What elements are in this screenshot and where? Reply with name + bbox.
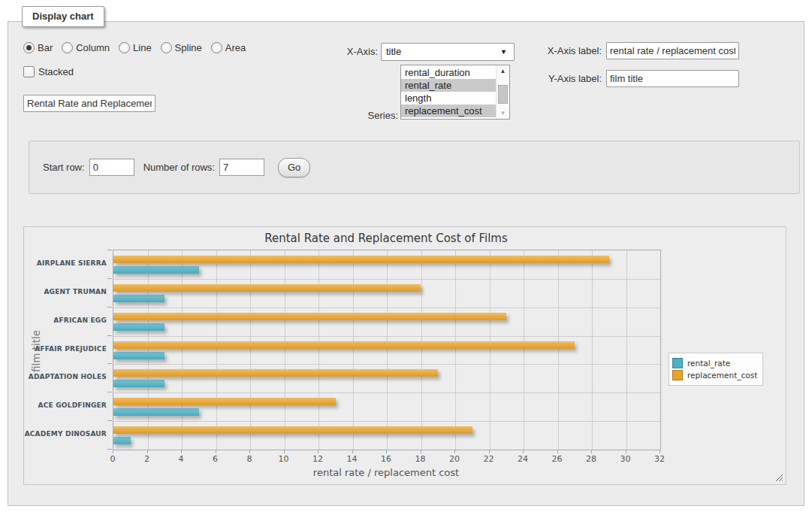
series-select-label: Series: — [346, 110, 398, 121]
radio-label: Bar — [38, 42, 53, 53]
chart-legend: rental_ratereplacement_cost — [669, 353, 763, 386]
x-tick-label: 12 — [303, 454, 333, 464]
chart-title-input[interactable] — [23, 95, 155, 112]
resize-handle-icon[interactable] — [774, 473, 783, 482]
series-option-rental_rate[interactable]: rental_rate — [401, 79, 497, 92]
bar-rental_rate-african-egg — [113, 323, 165, 331]
stacked-checkbox-row[interactable]: Stacked — [23, 66, 74, 77]
start-row-input[interactable] — [89, 159, 134, 176]
series-option-replacement_cost[interactable]: replacement_cost — [401, 105, 497, 117]
x-tick-mark — [386, 450, 387, 453]
legend-label: replacement_cost — [687, 371, 757, 380]
x-tick-label: 10 — [269, 454, 299, 464]
x-tick-label: 16 — [371, 454, 401, 464]
x-tick-label: 22 — [474, 454, 504, 464]
x-tick-label: 18 — [406, 454, 436, 464]
series-option-length[interactable]: length — [401, 92, 497, 105]
x-tick-label: 4 — [166, 454, 196, 464]
radio-icon[interactable] — [161, 42, 172, 53]
x-tick-mark — [352, 450, 353, 453]
x-tick-mark — [421, 450, 421, 453]
x-tick-mark — [216, 450, 216, 453]
radio-icon[interactable] — [119, 42, 130, 53]
grid-line-horizontal — [113, 421, 660, 422]
x-tick-mark — [626, 450, 626, 453]
y-axis-label-label: Y-Axis label: — [527, 73, 602, 84]
radio-icon[interactable] — [211, 42, 222, 53]
chart-type-option-area[interactable]: Area — [211, 42, 246, 53]
y-tick-mark — [107, 449, 112, 450]
y-tick-label: ADAPTATION HOLES — [24, 373, 107, 380]
y-tick-label: AIRPLANE SIERRA — [24, 259, 107, 267]
series-listbox[interactable]: rental_durationrental_ratelengthreplacem… — [400, 65, 510, 120]
x-tick-mark — [181, 450, 182, 453]
legend-label: rental_rate — [687, 359, 730, 368]
grid-line-horizontal — [113, 279, 660, 280]
legend-swatch — [672, 370, 683, 380]
y-axis-label-input[interactable] — [606, 70, 739, 87]
x-tick-label: 24 — [508, 454, 538, 464]
radio-label: Spline — [175, 42, 202, 53]
bar-rental_rate-ace-goldfinger — [113, 408, 199, 416]
x-axis-select-label: X-Axis: — [324, 46, 378, 57]
grid-line-vertical — [250, 250, 251, 450]
grid-line-horizontal — [113, 308, 660, 308]
chart-type-option-bar[interactable]: Bar — [23, 42, 53, 53]
x-tick-label: 32 — [644, 454, 675, 464]
bar-replacement_cost-affair-prejudice — [113, 341, 575, 349]
legend-item: replacement_cost — [672, 370, 757, 380]
x-tick-label: 2 — [132, 454, 162, 464]
grid-line-vertical — [182, 250, 183, 450]
bar-replacement_cost-african-egg — [113, 313, 506, 320]
stacked-checkbox[interactable] — [23, 66, 35, 77]
chart-type-option-spline[interactable]: Spline — [161, 42, 202, 53]
x-tick-mark — [113, 450, 113, 453]
grid-line-vertical — [285, 250, 285, 450]
grid-line-vertical — [626, 250, 627, 450]
chart-type-option-column[interactable]: Column — [62, 42, 110, 53]
bar-replacement_cost-agent-truman — [113, 284, 421, 292]
bar-replacement_cost-airplane-sierra — [113, 256, 609, 263]
x-tick-label: 0 — [98, 454, 128, 464]
start-row-label: Start row: — [43, 162, 85, 173]
radio-label: Line — [133, 42, 152, 53]
series-option-rental_duration[interactable]: rental_duration — [401, 66, 497, 79]
grid-line-vertical — [148, 250, 149, 450]
grid-line-horizontal — [113, 392, 660, 393]
chart-type-radio-group: BarColumnLineSplineArea — [23, 42, 246, 53]
bar-replacement_cost-adaptation-holes — [113, 369, 438, 377]
x-tick-label: 28 — [576, 454, 606, 464]
listbox-scrollbar[interactable]: ▲ ▼ — [496, 65, 509, 119]
bar-rental_rate-adaptation-holes — [113, 380, 165, 387]
chart-type-option-line[interactable]: Line — [119, 42, 152, 53]
bar-rental_rate-airplane-sierra — [113, 266, 199, 274]
x-tick-label: 20 — [439, 454, 469, 464]
x-tick-label: 30 — [611, 454, 641, 464]
radio-icon[interactable] — [23, 42, 35, 53]
legend-item: rental_rate — [672, 358, 757, 368]
radio-icon[interactable] — [62, 42, 73, 53]
bar-rental_rate-agent-truman — [113, 295, 165, 302]
x-tick-mark — [660, 450, 660, 453]
x-axis-select[interactable]: title ▼ — [381, 43, 515, 61]
chart-panel: Rental Rate and Replacement Cost of Film… — [23, 226, 786, 485]
y-tick-label: ACE GOLDFINGER — [24, 401, 107, 409]
y-tick-label: AFRICAN EGG — [24, 317, 107, 324]
scroll-up-icon[interactable]: ▲ — [497, 68, 509, 74]
bar-rental_rate-affair-prejudice — [113, 352, 165, 359]
x-tick-mark — [249, 450, 250, 453]
y-tick-mark — [107, 307, 112, 308]
x-tick-label: 26 — [542, 454, 572, 464]
y-tick-label: AFFAIR PREJUDICE — [24, 345, 107, 353]
scroll-down-icon[interactable]: ▼ — [497, 110, 509, 117]
x-axis-label-input[interactable] — [606, 42, 739, 59]
fieldset-legend: Display chart — [22, 6, 104, 27]
y-tick-mark — [107, 250, 112, 250]
dropdown-arrow-icon: ▼ — [500, 44, 507, 60]
x-tick-mark — [147, 450, 148, 453]
go-button[interactable]: Go — [278, 158, 310, 177]
scrollbar-thumb[interactable] — [498, 85, 508, 104]
x-tick-mark — [454, 450, 455, 453]
num-rows-input[interactable] — [219, 159, 264, 176]
y-tick-label: AGENT TRUMAN — [24, 288, 107, 295]
